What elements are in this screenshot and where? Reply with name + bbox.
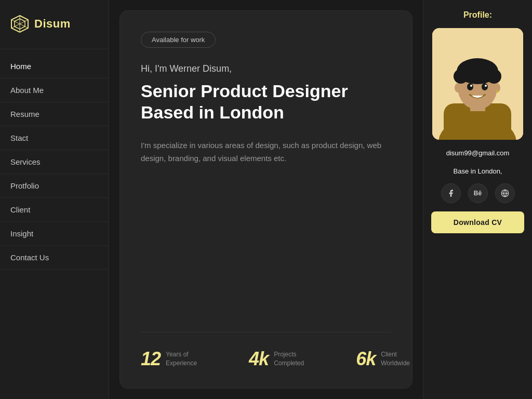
nav-item-home[interactable]: Home bbox=[0, 55, 109, 78]
nav-item-stact[interactable]: Stact bbox=[0, 126, 109, 150]
globe-icon bbox=[501, 189, 509, 197]
profile-location: Base in London, bbox=[454, 167, 502, 175]
stat-clients-number: 6k bbox=[356, 348, 376, 370]
facebook-icon-button[interactable] bbox=[441, 183, 461, 203]
nav-item-services[interactable]: Services bbox=[0, 150, 109, 174]
svg-point-18 bbox=[455, 83, 461, 92]
stats-divider bbox=[141, 332, 391, 332]
nav-item-insight[interactable]: Insight bbox=[0, 222, 109, 246]
download-cv-button[interactable]: Download CV bbox=[431, 211, 524, 233]
nav-item-contact[interactable]: Contact Us bbox=[0, 246, 109, 270]
globe-icon-button[interactable] bbox=[495, 183, 515, 203]
stat-projects: 4k Projects Completed bbox=[249, 348, 304, 370]
nav-menu: Home About Me Resume Stact Services Prot… bbox=[0, 49, 109, 275]
stat-experience: 12 Years of Experience bbox=[141, 348, 197, 370]
stat-projects-label: Projects Completed bbox=[274, 350, 304, 368]
svg-point-22 bbox=[482, 83, 488, 90]
hero-title: Senior Product Designer Based in London bbox=[141, 81, 391, 123]
profile-title: Profile: bbox=[431, 10, 524, 20]
nav-item-protfolio[interactable]: Protfolio bbox=[0, 174, 109, 198]
stat-experience-number: 12 bbox=[141, 348, 161, 370]
svg-point-21 bbox=[467, 83, 473, 90]
profile-image bbox=[432, 28, 523, 140]
stat-projects-number: 4k bbox=[249, 348, 269, 370]
svg-point-17 bbox=[477, 59, 487, 70]
nav-item-about[interactable]: About Me bbox=[0, 78, 109, 102]
svg-point-24 bbox=[485, 85, 487, 87]
stat-clients-label: Client Worldwide bbox=[381, 350, 410, 368]
nav-item-resume[interactable]: Resume bbox=[0, 102, 109, 126]
stats-row: 12 Years of Experience 4k Projects Compl… bbox=[141, 343, 391, 370]
sidebar: Disum Home About Me Resume Stact Service… bbox=[0, 0, 109, 399]
hero-card: Available for work Hi, I'm Werner Disum,… bbox=[119, 10, 413, 389]
available-badge: Available for work bbox=[141, 32, 216, 48]
nav-item-client[interactable]: Client bbox=[0, 198, 109, 222]
hero-description: I'm specialize in various areas of desig… bbox=[141, 139, 390, 165]
profile-avatar-svg bbox=[432, 28, 523, 140]
main-content: Available for work Hi, I'm Werner Disum,… bbox=[109, 0, 423, 399]
profile-panel: Profile: bbox=[423, 0, 532, 399]
behance-icon: Bē bbox=[474, 190, 482, 197]
stat-clients: 6k Client Worldwide bbox=[356, 348, 410, 370]
behance-icon-button[interactable]: Bē bbox=[468, 183, 488, 203]
facebook-icon bbox=[447, 189, 455, 197]
social-icons: Bē bbox=[441, 183, 515, 203]
profile-email: disum99@gmail.com bbox=[446, 148, 510, 159]
svg-point-20 bbox=[496, 90, 499, 93]
hero-greeting: Hi, I'm Werner Disum, bbox=[141, 63, 391, 74]
logo-text: Disum bbox=[34, 17, 71, 31]
svg-point-23 bbox=[470, 85, 472, 87]
logo-icon bbox=[10, 15, 29, 33]
stat-experience-label: Years of Experience bbox=[166, 350, 197, 368]
svg-point-16 bbox=[468, 59, 478, 70]
logo-area: Disum bbox=[0, 0, 109, 49]
